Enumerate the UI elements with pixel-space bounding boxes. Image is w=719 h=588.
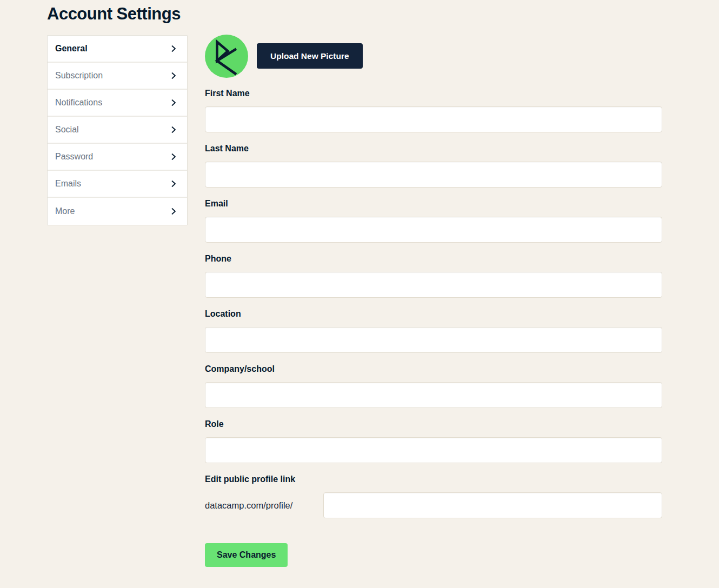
sidebar-item-label: Emails <box>55 179 81 189</box>
field-phone: Phone <box>205 254 662 298</box>
sidebar-item-label: Social <box>55 125 79 135</box>
email-input[interactable] <box>205 217 662 243</box>
profile-url-prefix: datacamp.com/profile/ <box>205 500 323 511</box>
page-title: Account Settings <box>47 4 181 24</box>
sidebar-item-label: General <box>55 44 88 54</box>
profile-slug-input[interactable] <box>323 492 662 518</box>
company-school-label: Company/school <box>205 364 662 374</box>
chevron-right-icon <box>170 208 177 215</box>
sidebar-item-password[interactable]: Password <box>48 144 187 171</box>
chevron-right-icon <box>170 153 177 161</box>
location-label: Location <box>205 309 662 319</box>
sidebar-item-social[interactable]: Social <box>48 117 187 144</box>
public-profile-link-row: datacamp.com/profile/ <box>205 492 662 518</box>
sidebar-item-label: Notifications <box>55 98 102 108</box>
role-input[interactable] <box>205 437 662 463</box>
chevron-right-icon <box>170 72 177 79</box>
datacamp-logo-avatar <box>205 35 248 78</box>
company-school-input[interactable] <box>205 382 662 408</box>
location-input[interactable] <box>205 327 662 353</box>
sidebar-item-label: More <box>55 206 75 216</box>
first-name-label: First Name <box>205 89 662 98</box>
sidebar-item-more[interactable]: More <box>48 198 187 225</box>
general-settings-panel: Upload New Picture First Name Last Name … <box>205 35 662 567</box>
sidebar-item-label: Password <box>55 152 93 162</box>
field-location: Location <box>205 309 662 353</box>
role-label: Role <box>205 419 662 429</box>
last-name-label: Last Name <box>205 144 662 153</box>
field-company-school: Company/school <box>205 364 662 408</box>
email-label: Email <box>205 199 662 209</box>
chevron-right-icon <box>170 45 177 52</box>
chevron-right-icon <box>170 99 177 106</box>
profile-picture-section: Upload New Picture <box>205 35 662 78</box>
phone-input[interactable] <box>205 272 662 298</box>
last-name-input[interactable] <box>205 162 662 188</box>
field-first-name: First Name <box>205 89 662 132</box>
public-profile-link-label: Edit public profile link <box>205 475 662 484</box>
sidebar-item-emails[interactable]: Emails <box>48 171 187 198</box>
sidebar-item-notifications[interactable]: Notifications <box>48 90 187 117</box>
upload-new-picture-button[interactable]: Upload New Picture <box>257 43 363 69</box>
account-settings-page: Account Settings General Subscription No… <box>0 0 719 588</box>
save-changes-button[interactable]: Save Changes <box>205 543 288 567</box>
chevron-right-icon <box>170 126 177 133</box>
sidebar-item-general[interactable]: General <box>48 36 187 63</box>
phone-label: Phone <box>205 254 662 264</box>
field-last-name: Last Name <box>205 144 662 188</box>
settings-sidebar: General Subscription Notifications Socia… <box>47 35 188 225</box>
sidebar-item-subscription[interactable]: Subscription <box>48 63 187 90</box>
sidebar-item-label: Subscription <box>55 71 103 81</box>
chevron-right-icon <box>170 180 177 188</box>
field-role: Role <box>205 419 662 463</box>
field-email: Email <box>205 199 662 243</box>
first-name-input[interactable] <box>205 106 662 132</box>
field-public-profile-link: Edit public profile link datacamp.com/pr… <box>205 475 662 518</box>
